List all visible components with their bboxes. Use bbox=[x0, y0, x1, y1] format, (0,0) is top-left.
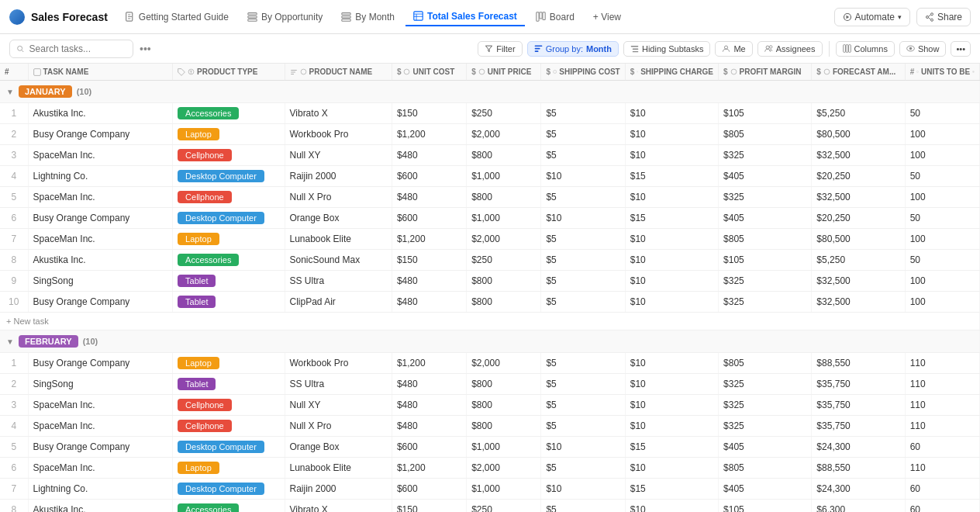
tab-by-month-label: By Month bbox=[355, 12, 395, 22]
table-row[interactable]: 1Busy Orange CompanyLaptopWorkbook Pro$1… bbox=[0, 353, 980, 374]
cell-margin: $105 bbox=[719, 250, 812, 271]
shipcharge-icon bbox=[637, 68, 638, 75]
search-box[interactable] bbox=[9, 40, 133, 58]
cell-margin: $805 bbox=[719, 458, 812, 479]
group-header-february: ▼ FEBRUARY (10) bbox=[0, 330, 980, 353]
svg-rect-14 bbox=[537, 12, 539, 21]
svg-point-23 bbox=[18, 46, 22, 50]
cell-unitprice: $1,000 bbox=[467, 166, 541, 187]
toolbar: ••• Filter Group by: Month Hiding Subtas… bbox=[0, 34, 980, 64]
cell-forecast: $80,500 bbox=[812, 124, 905, 145]
cell-prodname: Null X Pro bbox=[285, 416, 392, 437]
svg-point-47 bbox=[479, 69, 485, 74]
hiding-subtasks-button[interactable]: Hiding Subtasks bbox=[623, 41, 711, 57]
table-row[interactable]: 2SingSongTabletSS Ultra$480$800$5$10$325… bbox=[0, 374, 980, 395]
new-task-row[interactable]: + New task bbox=[0, 313, 980, 330]
group-by-button[interactable]: Group by: Month bbox=[527, 41, 619, 57]
prodtype-badge: Laptop bbox=[178, 462, 219, 474]
new-task-label[interactable]: + New task bbox=[0, 313, 980, 330]
table-row[interactable]: 9SingSongTabletSS Ultra$480$800$5$10$325… bbox=[0, 271, 980, 292]
table-row[interactable]: 2Busy Orange CompanyLaptopWorkbook Pro$1… bbox=[0, 124, 980, 145]
tab-board[interactable]: Board bbox=[528, 9, 582, 26]
svg-point-33 bbox=[769, 46, 771, 48]
cell-units: 100 bbox=[905, 187, 979, 208]
collapse-icon-january[interactable]: ▼ bbox=[6, 88, 14, 96]
table-row[interactable]: 5Busy Orange CompanyDesktop ComputerOran… bbox=[0, 437, 980, 458]
tab-total-sales[interactable]: Total Sales Forecast bbox=[405, 8, 525, 26]
cell-units: 110 bbox=[905, 416, 979, 437]
cell-unitprice: $1,000 bbox=[467, 437, 541, 458]
table-row[interactable]: 7SpaceMan Inc.LaptopLunabook Elite$1,200… bbox=[0, 229, 980, 250]
cell-unitcost: $480 bbox=[392, 374, 466, 395]
prodtype-badge: Desktop Computer bbox=[178, 212, 264, 224]
table-row[interactable]: 4SpaceMan Inc.CellphoneNull X Pro$480$80… bbox=[0, 416, 980, 437]
cell-units: 110 bbox=[905, 353, 979, 374]
tab-by-opportunity[interactable]: By Opportunity bbox=[240, 9, 330, 26]
search-options-button[interactable]: ••• bbox=[140, 43, 151, 55]
assignees-button[interactable]: Assignees bbox=[757, 41, 823, 57]
cell-shipcost: $10 bbox=[541, 437, 625, 458]
automate-chevron-icon: ▾ bbox=[898, 13, 902, 21]
cell-forecast: $24,300 bbox=[812, 437, 905, 458]
columns-button[interactable]: Columns bbox=[836, 41, 895, 57]
cell-units: 60 bbox=[905, 437, 979, 458]
collapse-icon-february[interactable]: ▼ bbox=[6, 337, 14, 346]
show-button[interactable]: Show bbox=[899, 41, 947, 57]
cell-unitcost: $1,200 bbox=[392, 229, 466, 250]
cell-margin: $805 bbox=[719, 353, 812, 374]
share-button[interactable]: Share bbox=[916, 8, 971, 26]
svg-rect-7 bbox=[342, 13, 350, 15]
cell-prodtype: Accessories bbox=[173, 500, 285, 513]
table-row[interactable]: 7Lightning Co.Desktop ComputerRaijin 200… bbox=[0, 479, 980, 500]
tab-by-month[interactable]: By Month bbox=[333, 9, 402, 26]
prodtype-badge: Accessories bbox=[178, 107, 239, 119]
add-view-button[interactable]: + View bbox=[585, 9, 629, 26]
prodtype-badge: Tablet bbox=[178, 296, 216, 308]
table-row[interactable]: 8Akustika Inc.AccessoriesVibrato X$150$2… bbox=[0, 500, 980, 513]
tab-getting-started[interactable]: Getting Started Guide bbox=[117, 9, 236, 26]
cell-prodname: Raijin 2000 bbox=[285, 479, 392, 500]
cell-units: 100 bbox=[905, 229, 979, 250]
table-row[interactable]: 6SpaceMan Inc.LaptopLunabook Elite$1,200… bbox=[0, 458, 980, 479]
col-header-unitprice: $ Unit Price bbox=[467, 64, 541, 81]
svg-point-18 bbox=[930, 12, 933, 15]
more-options-button[interactable]: ••• bbox=[951, 41, 971, 57]
cell-unitcost: $480 bbox=[392, 395, 466, 416]
table-row[interactable]: 1Akustika Inc.AccessoriesVibrato X$150$2… bbox=[0, 103, 980, 124]
svg-text:T: T bbox=[190, 70, 193, 74]
unitcost-icon bbox=[403, 68, 410, 75]
app-logo bbox=[9, 9, 25, 25]
filter-button[interactable]: Filter bbox=[478, 41, 522, 57]
table-row[interactable]: 10Busy Orange CompanyTabletClipPad Air$4… bbox=[0, 292, 980, 313]
svg-point-52 bbox=[917, 71, 919, 72]
cell-unitcost: $150 bbox=[392, 250, 466, 271]
table-row[interactable]: 3SpaceMan Inc.CellphoneNull XY$480$800$5… bbox=[0, 395, 980, 416]
svg-point-31 bbox=[725, 46, 728, 49]
cell-num: 5 bbox=[0, 187, 28, 208]
cell-margin: $325 bbox=[719, 271, 812, 292]
cell-num: 4 bbox=[0, 416, 28, 437]
cell-num: 7 bbox=[0, 229, 28, 250]
cell-prodname: SonicSound Max bbox=[285, 250, 392, 271]
cell-unitcost: $480 bbox=[392, 145, 466, 166]
prodtype-badge: Accessories bbox=[178, 254, 239, 266]
table-row[interactable]: 4Lightning Co.Desktop ComputerRaijin 200… bbox=[0, 166, 980, 187]
cell-task: SpaceMan Inc. bbox=[28, 229, 173, 250]
cell-num: 8 bbox=[0, 250, 28, 271]
cell-task: SpaceMan Inc. bbox=[28, 145, 173, 166]
cell-unitcost: $600 bbox=[392, 208, 466, 229]
table-row[interactable]: 3SpaceMan Inc.CellphoneNull XY$480$800$5… bbox=[0, 145, 980, 166]
cell-margin: $325 bbox=[719, 416, 812, 437]
automate-button[interactable]: Automate ▾ bbox=[834, 8, 910, 26]
table-row[interactable]: 5SpaceMan Inc.CellphoneNull X Pro$480$80… bbox=[0, 187, 980, 208]
cell-margin: $325 bbox=[719, 374, 812, 395]
cell-num: 2 bbox=[0, 374, 28, 395]
group-label-february: FEBRUARY bbox=[19, 335, 78, 348]
prodtype-badge: Desktop Computer bbox=[178, 170, 264, 182]
cell-unitprice: $800 bbox=[467, 395, 541, 416]
table-row[interactable]: 6Busy Orange CompanyDesktop ComputerOran… bbox=[0, 208, 980, 229]
me-button[interactable]: Me bbox=[715, 41, 752, 57]
search-input[interactable] bbox=[29, 43, 126, 54]
table-row[interactable]: 8Akustika Inc.AccessoriesSonicSound Max$… bbox=[0, 250, 980, 271]
cell-shipcharge: $10 bbox=[625, 229, 718, 250]
